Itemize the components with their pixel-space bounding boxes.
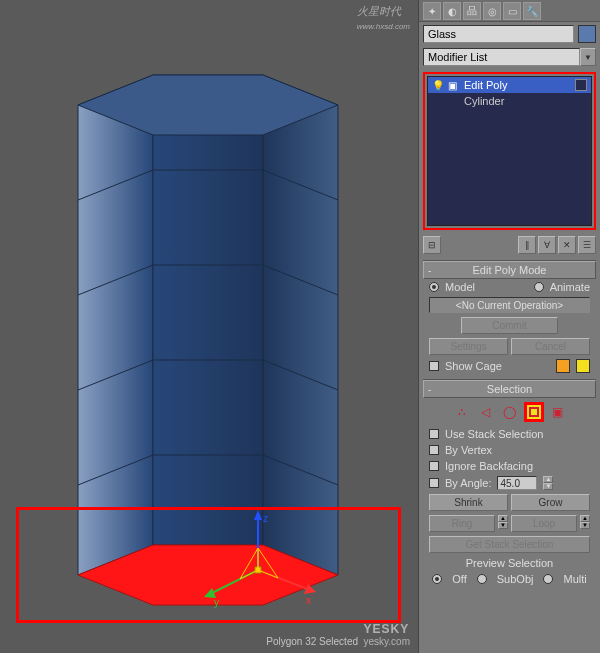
ring-button[interactable]: Ring [429,515,495,532]
stack-item-end-icon[interactable] [575,79,587,91]
lightbulb-icon[interactable]: 💡 [432,80,442,91]
stack-item-label: Cylinder [464,95,504,107]
stack-item-label: Edit Poly [464,79,507,91]
grow-button[interactable]: Grow [511,494,590,511]
configure-sets-button[interactable]: ☰ [578,236,596,254]
cage-color-2[interactable] [576,359,590,373]
utilities-tab-icon[interactable]: 🔧 [523,2,541,20]
commit-button[interactable]: Commit [461,317,558,334]
by-angle-checkbox[interactable] [429,478,439,488]
annotation-highlight-stack: 💡 ▣ Edit Poly Cylinder [423,72,596,230]
preview-off-radio[interactable] [432,574,442,584]
dropdown-arrow-icon[interactable]: ▼ [580,48,596,66]
get-stack-selection-button[interactable]: Get Stack Selection [429,536,590,553]
model-radio[interactable] [429,282,439,292]
watermark-bottom: YESKY yesky.com [364,622,411,647]
annotation-highlight-viewport [16,507,401,623]
command-panel-tabs: ✦ ◐ 品 ◎ ▭ 🔧 [419,0,600,22]
rollout-edit-poly-mode: - Edit Poly Mode Model Animate <No Curre… [423,260,596,375]
command-panel: ✦ ◐ 品 ◎ ▭ 🔧 Glass Modifier List ▼ 💡 ▣ Ed… [418,0,600,653]
modifier-stack[interactable]: 💡 ▣ Edit Poly Cylinder [427,76,592,226]
edge-level-icon[interactable]: ◁ [476,402,496,422]
preview-selection-label: Preview Selection [423,555,596,571]
svg-marker-1 [153,75,263,545]
rollout-header[interactable]: - Edit Poly Mode [423,261,596,279]
polygon-level-icon[interactable] [524,402,544,422]
modify-tab-icon[interactable]: ◐ [443,2,461,20]
spinner-up-icon[interactable]: ▲ [543,476,553,483]
show-end-result-button[interactable]: ∥ [518,236,536,254]
rollout-selection: - Selection ∴ ◁ ◯ ▣ Use Stack Selection … [423,379,596,587]
motion-tab-icon[interactable]: ◎ [483,2,501,20]
loop-button[interactable]: Loop [511,515,577,532]
ignore-backfacing-checkbox[interactable] [429,461,439,471]
display-tab-icon[interactable]: ▭ [503,2,521,20]
viewport[interactable]: z x y 火星时代 www.hxsd.com Polygon 32 Selec… [0,0,418,653]
hierarchy-tab-icon[interactable]: 品 [463,2,481,20]
selection-status: Polygon 32 Selected [266,636,358,647]
create-tab-icon[interactable]: ✦ [423,2,441,20]
angle-spinner[interactable]: 45.0 [497,476,537,490]
object-color-swatch[interactable] [578,25,596,43]
by-vertex-checkbox[interactable] [429,445,439,455]
watermark-top: 火星时代 www.hxsd.com [357,4,410,31]
border-level-icon[interactable]: ◯ [500,402,520,422]
current-operation-display: <No Current Operation> [429,297,590,313]
make-unique-button[interactable]: ∀ [538,236,556,254]
object-name-field[interactable]: Glass [423,25,574,43]
preview-subobj-radio[interactable] [477,574,487,584]
show-cage-checkbox[interactable] [429,361,439,371]
stack-item-cylinder[interactable]: Cylinder [428,93,591,109]
animate-radio[interactable] [534,282,544,292]
pin-stack-button[interactable]: ⊟ [423,236,441,254]
settings-button[interactable]: Settings [429,338,508,355]
use-stack-selection-checkbox[interactable] [429,429,439,439]
subobject-level-icons: ∴ ◁ ◯ ▣ [423,398,596,426]
stack-toolbar: ⊟ ∥ ∀ ✕ ☰ [419,234,600,256]
shrink-button[interactable]: Shrink [429,494,508,511]
stack-item-edit-poly[interactable]: 💡 ▣ Edit Poly [428,77,591,93]
cancel-button[interactable]: Cancel [511,338,590,355]
vertex-level-icon[interactable]: ∴ [452,402,472,422]
modifier-list-dropdown[interactable]: Modifier List [423,48,580,66]
spinner-down-icon[interactable]: ▼ [543,483,553,490]
remove-modifier-button[interactable]: ✕ [558,236,576,254]
preview-multi-radio[interactable] [543,574,553,584]
element-level-icon[interactable]: ▣ [548,402,568,422]
svg-marker-0 [78,75,153,575]
svg-marker-2 [263,75,338,575]
rollout-header[interactable]: - Selection [423,380,596,398]
cage-color-1[interactable] [556,359,570,373]
expand-icon[interactable]: ▣ [448,80,458,91]
